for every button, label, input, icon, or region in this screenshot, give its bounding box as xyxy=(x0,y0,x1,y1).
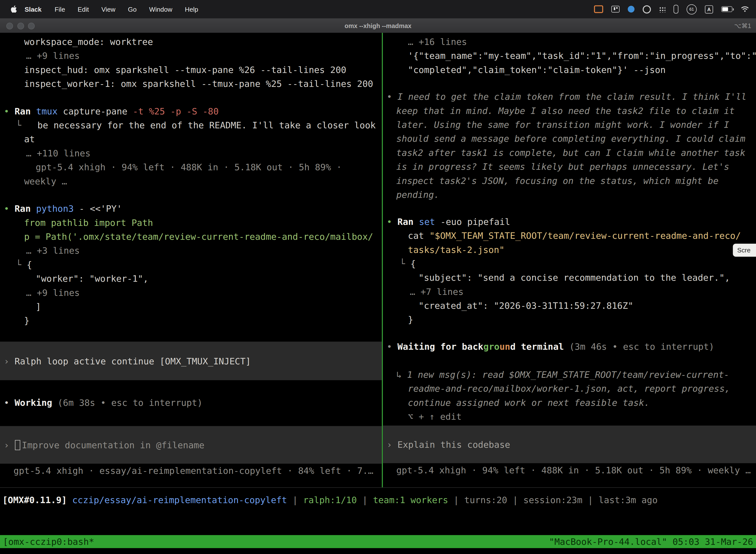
prompt-suggestion[interactable]: › Explain this codebase xyxy=(383,426,756,463)
text-segment: └ xyxy=(399,259,410,269)
text-segment: └ xyxy=(16,120,21,130)
terminal-line: } xyxy=(0,314,382,328)
spacer xyxy=(0,409,382,426)
text-segment: last:3m ago xyxy=(598,495,657,505)
spacer xyxy=(383,327,756,340)
text-segment: › xyxy=(387,439,397,449)
text-segment: • xyxy=(387,341,397,352)
menu-help[interactable]: Help xyxy=(179,5,205,13)
text-segment: { xyxy=(26,260,32,270)
menu-bar-left: Slack File Edit View Go Window Help xyxy=(0,5,204,13)
menu-bar: Slack File Edit View Go Window Help 61 A xyxy=(0,0,756,18)
menu-view[interactable]: View xyxy=(95,5,122,13)
menu-go[interactable]: Go xyxy=(122,5,143,13)
text-segment: Ran xyxy=(397,217,419,227)
tiles-icon[interactable] xyxy=(611,6,620,12)
spacer xyxy=(0,328,382,341)
text-segment: Ran xyxy=(15,106,36,116)
omx-status-line: [OMX#0.11.9] cczip/essay/ai-reimplementa… xyxy=(2,493,754,507)
text-segment: at xyxy=(24,134,35,144)
menu-edit[interactable]: Edit xyxy=(71,5,95,13)
text-segment: weekly … xyxy=(24,176,67,186)
terminal-line: … +7 lines xyxy=(383,285,756,298)
text-segment: • xyxy=(4,106,15,116)
app-dark-icon[interactable] xyxy=(643,5,651,13)
terminal-line: task2 after task1 is complete, but can I… xyxy=(383,146,756,160)
text-segment: … +9 lines xyxy=(26,288,80,298)
terminal-line: "worker": "worker-1", xyxy=(0,272,382,285)
text-segment: "$OMX_TEAM_STATE_ROOT/team/review-curren… xyxy=(429,231,741,241)
terminal-line: └ { xyxy=(0,258,382,272)
battery-percent-icon[interactable]: 61 xyxy=(687,4,697,14)
ralph-loop-banner: › Ralph loop active continue [OMX_TMUX_I… xyxy=(0,341,382,380)
text-segment: later. Using the same for transition mig… xyxy=(396,120,729,130)
text-segment: is in progress? It seems likely but perh… xyxy=(396,162,729,172)
text-segment: cczip/essay/ai-reimplementation-copyleft xyxy=(72,495,287,505)
terminal-line: p = Path('.omx/state/team/review-current… xyxy=(0,230,382,243)
text-segment: | xyxy=(507,495,523,505)
left-pane[interactable]: workspace_mode: worktree… +9 linesinspec… xyxy=(0,33,382,487)
terminal-line: "completed","claim_token":"claim-token"}… xyxy=(383,63,756,77)
terminal-line: "subject": "send a concise recommendatio… xyxy=(383,271,756,285)
text-segment: tmux xyxy=(36,106,63,116)
pill-icon[interactable] xyxy=(674,5,678,13)
text-segment: ] xyxy=(36,301,41,312)
text-segment: "created_at": "2026-03-31T11:59:27.816Z" xyxy=(419,300,633,311)
text-segment: └ xyxy=(16,260,26,270)
terminal-line: weekly … xyxy=(0,174,382,188)
terminal-line: • Ran set -euo pipefail xyxy=(383,215,756,229)
terminal-line: keep that in mind. Maybe I also need the… xyxy=(383,104,756,118)
apple-menu[interactable] xyxy=(11,5,17,13)
terminal-line: gpt-5.4 xhigh · 94% left · 488K in · 5.1… xyxy=(0,160,382,174)
terminal-line: continue assigned work or next feasible … xyxy=(383,396,756,409)
text-segment: un xyxy=(500,341,510,352)
text-segment: | xyxy=(582,495,598,505)
text-segment: ⌥ + ↑ edit xyxy=(408,411,462,422)
grid-dots-icon[interactable] xyxy=(659,6,665,12)
menu-file[interactable]: File xyxy=(48,5,71,13)
close-button[interactable] xyxy=(6,22,13,29)
text-segment: … +7 lines xyxy=(410,287,463,297)
text-segment: capture-pane xyxy=(63,106,133,116)
text-segment: keep that in mind. Maybe I also need the… xyxy=(396,106,735,116)
screenshot-notification[interactable]: Scre xyxy=(733,244,756,257)
terminal-line: should send a message before completing … xyxy=(383,132,756,146)
text-segment: python3 xyxy=(36,204,79,214)
terminal-line: is in progress? It seems likely but perh… xyxy=(383,160,756,173)
terminal-line: workspace_mode: worktree xyxy=(0,35,382,49)
text-segment: [OMX#0.11.9] xyxy=(2,495,72,505)
tmux-session-label: [omx-cczip0:bash* xyxy=(3,537,94,547)
text-segment: Working xyxy=(15,398,58,408)
text-segment: - <<'PY' xyxy=(79,204,122,214)
text-segment: gpt-5.4 xhigh · 94% left · 488K in · 5.1… xyxy=(396,465,751,475)
terminal-line: … +9 lines xyxy=(0,286,382,299)
menu-window[interactable]: Window xyxy=(143,5,179,13)
prompt-input[interactable]: › Improve documentation in @filename xyxy=(0,426,382,464)
right-pane[interactable]: … +16 lines'{"team_name":"my-team","task… xyxy=(383,33,756,487)
minimize-button[interactable] xyxy=(17,22,24,29)
text-segment: tasks/task-2.json" xyxy=(408,245,505,255)
text-segment: inspect_worker-1: omx sparkshell --tmux-… xyxy=(24,79,373,89)
text-segment: gpt-5.4 xhigh · essay/ai-reimplementatio… xyxy=(13,466,373,476)
screen-recording-icon[interactable] xyxy=(594,5,603,13)
terminal-line: › Ralph loop active continue [OMX_TMUX_I… xyxy=(0,354,382,368)
app-menu-slack[interactable]: Slack xyxy=(17,5,48,13)
text-segment: (3m 46s • esc to interrupt) xyxy=(569,341,714,352)
spacer xyxy=(0,91,382,104)
spacer xyxy=(0,380,382,396)
terminal-line: inspect task2's JSON, focusing on the st… xyxy=(383,174,756,188)
terminal-line: from pathlib import Path xyxy=(0,216,382,230)
text-segment: (6m 38s • esc to interrupt) xyxy=(58,398,203,408)
app-blue-icon[interactable] xyxy=(628,6,634,12)
text-segment: "subject": "send a concise recommendatio… xyxy=(419,273,730,283)
tmux-status-bar: [omx-cczip0:bash* "MacBook-Pro-44.local"… xyxy=(0,535,756,548)
battery-icon[interactable] xyxy=(721,6,733,12)
zoom-button[interactable] xyxy=(28,22,35,29)
text-segment: • xyxy=(4,398,15,408)
text-cursor xyxy=(15,440,20,450)
text-segment: team:1 workers xyxy=(373,495,448,505)
input-source-icon[interactable]: A xyxy=(705,5,713,13)
terminal-line: inspect_worker-1: omx sparkshell --tmux-… xyxy=(0,77,382,91)
terminal-line: • I need to get the claim token from the… xyxy=(383,90,756,104)
wifi-icon[interactable] xyxy=(741,6,749,12)
